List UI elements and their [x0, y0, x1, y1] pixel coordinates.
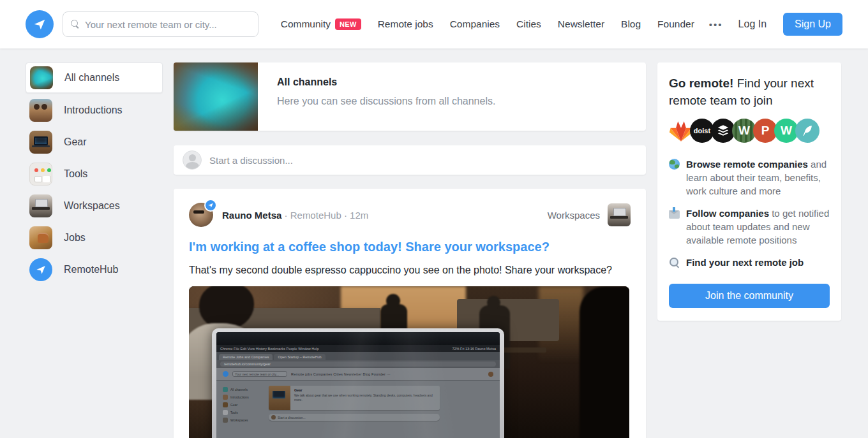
banner-coast-image [174, 62, 258, 131]
mini-nav-links: Remote jobs Companies Cities Newsletter … [291, 372, 391, 376]
channel-label: All channels [64, 72, 119, 84]
bullet-bold: Follow companies [686, 208, 769, 219]
nav-blog[interactable]: Blog [613, 13, 649, 35]
photo-person-silhouette [580, 286, 629, 438]
start-discussion-box[interactable]: Start a discussion... [174, 145, 646, 175]
mini-chrome-urlbar: remotehub.io/community/gear [216, 360, 500, 368]
mini-composer: Start a discussion... [269, 414, 440, 421]
paper-plane-icon [35, 264, 47, 275]
post-photo-coffee-shop[interactable]: Chrome File Edit View History Bookmarks … [189, 286, 629, 438]
paper-plane-icon [207, 202, 214, 208]
remotehub-avatar-badge [204, 199, 217, 212]
channel-thumb-people-image [29, 99, 52, 122]
search-icon [669, 257, 680, 268]
company-logos-row: doist W P W [669, 118, 830, 143]
sidebar-item-all-channels[interactable]: All channels [26, 62, 163, 93]
nav-remote-jobs[interactable]: Remote jobs [370, 13, 442, 35]
mini-gear-banner: Gear We talk about gear that we use when… [269, 386, 440, 410]
go-remote-panel: Go remote! Find your next remote team to… [657, 62, 841, 321]
aside-title-bold: Go remote! [669, 77, 733, 90]
macbook-screen: Chrome File Edit View History Bookmarks … [216, 332, 500, 438]
mini-chrome-tabbar: Remote Jobs and Companies Open Startup –… [216, 352, 500, 360]
remotehub-channel-icon [29, 258, 52, 281]
mini-avatar [271, 415, 276, 420]
avatar-placeholder [183, 150, 202, 170]
mini-channel-thumb [223, 395, 228, 400]
sidebar-item-gear[interactable]: Gear [26, 126, 163, 158]
post-title-link[interactable]: I'm working at a coffee shop today! Shar… [174, 227, 646, 254]
mini-channel-thumb [223, 387, 228, 392]
post-author-name[interactable]: Rauno Metsa [222, 210, 281, 221]
mini-gear-image [269, 386, 290, 410]
meta-separator: · [344, 210, 347, 221]
channel-thumb-bag-image [29, 226, 52, 249]
discussion-post: Rauno Metsa · RemoteHub · 12m Workspaces… [174, 189, 646, 438]
mini-tab-2: Open Startup – RemoteHub [274, 354, 325, 360]
mini-channel-label: Gear [230, 403, 237, 407]
benefits-list: Browse remote companies and learn about … [669, 157, 830, 269]
sidebar-item-introductions[interactable]: Introductions [26, 94, 163, 126]
nav-founder[interactable]: Founder [649, 13, 703, 35]
mini-channel-label: All channels [230, 388, 248, 391]
main-nav: Community NEW Remote jobs Companies Citi… [273, 13, 730, 35]
channel-thumb-desk-image [29, 194, 52, 217]
bullet-bold: Find your next remote job [686, 257, 804, 268]
search-input[interactable] [85, 19, 250, 30]
channel-label: Workspaces [64, 200, 120, 212]
mini-url-text: remotehub.io/community/gear [220, 361, 496, 367]
post-channel-thumb [608, 203, 631, 226]
mini-status-items: 72% Fri 13:16 Rauno Metsa [453, 347, 496, 351]
nav-cities[interactable]: Cities [508, 13, 550, 35]
mini-banner-text: We talk about gear that we use when work… [294, 393, 436, 402]
banner-title: All channels [277, 77, 495, 88]
channel-thumb-browser-image [29, 163, 52, 186]
author-avatar[interactable] [189, 203, 213, 227]
nav-community-label: Community [281, 18, 331, 30]
mini-channel-thumb [223, 410, 228, 415]
bullet-bold: Browse remote companies [686, 159, 808, 170]
banner-subtitle: Here you can see discussions from all ch… [277, 96, 495, 107]
photo-macbook: Chrome File Edit View History Bookmarks … [212, 328, 504, 438]
nav-community[interactable]: Community NEW [273, 13, 370, 35]
signup-button[interactable]: Sign Up [783, 13, 842, 36]
bullet-follow-companies: Follow companies to get notified about t… [669, 207, 830, 247]
nav-more-ellipsis[interactable]: ••• [703, 14, 730, 35]
post-channel-label: Workspaces [548, 210, 600, 221]
sidebar-item-jobs[interactable]: Jobs [26, 222, 163, 254]
composer-placeholder: Start a discussion... [209, 155, 293, 166]
site-search[interactable] [63, 11, 258, 37]
mini-macos-menubar: Chrome File Edit View History Bookmarks … [216, 345, 500, 352]
globe-icon [669, 159, 680, 170]
sidebar-item-workspaces[interactable]: Workspaces [26, 190, 163, 222]
search-icon [71, 20, 80, 29]
mini-channel-label: Introductions [230, 395, 249, 399]
mini-channel-label: Tools [230, 411, 238, 414]
aside-title: Go remote! Find your next remote team to… [669, 75, 830, 109]
nav-newsletter[interactable]: Newsletter [550, 13, 613, 35]
mini-search-box: Your next remote team or city... [232, 371, 287, 377]
remotehub-logo[interactable] [26, 10, 54, 38]
incoming-mail-icon [669, 210, 680, 219]
new-badge: NEW [335, 18, 361, 30]
logo-letter: W [738, 124, 750, 138]
mini-user-avatar [488, 372, 493, 377]
feather-logo [795, 119, 819, 143]
join-community-button[interactable]: Join the community [669, 284, 830, 308]
screen-reflection [216, 332, 500, 345]
paper-plane-icon [33, 17, 47, 31]
mini-channels-sidebar: All channels Introductions Gear Tools Wo… [223, 386, 262, 424]
mini-channel-thumb [223, 402, 228, 407]
post-body-text: That's my second double espresso cappucc… [174, 254, 646, 276]
channel-label: Introductions [64, 105, 123, 116]
sidebar-item-remotehub[interactable]: RemoteHub [26, 254, 163, 286]
login-button[interactable]: Log In [730, 13, 775, 35]
mini-channel-label: Workspaces [230, 418, 248, 422]
post-channel-link[interactable]: Workspaces [548, 203, 631, 226]
sidebar-item-tools[interactable]: Tools [26, 158, 163, 190]
post-source: RemoteHub [290, 210, 341, 221]
mini-menu-items: Chrome File Edit View History Bookmarks … [220, 347, 319, 351]
nav-companies[interactable]: Companies [442, 13, 508, 35]
remotehub-community-page: Community NEW Remote jobs Companies Citi… [0, 0, 868, 438]
meta-separator: · [285, 210, 288, 221]
top-navbar: Community NEW Remote jobs Companies Citi… [0, 0, 868, 48]
